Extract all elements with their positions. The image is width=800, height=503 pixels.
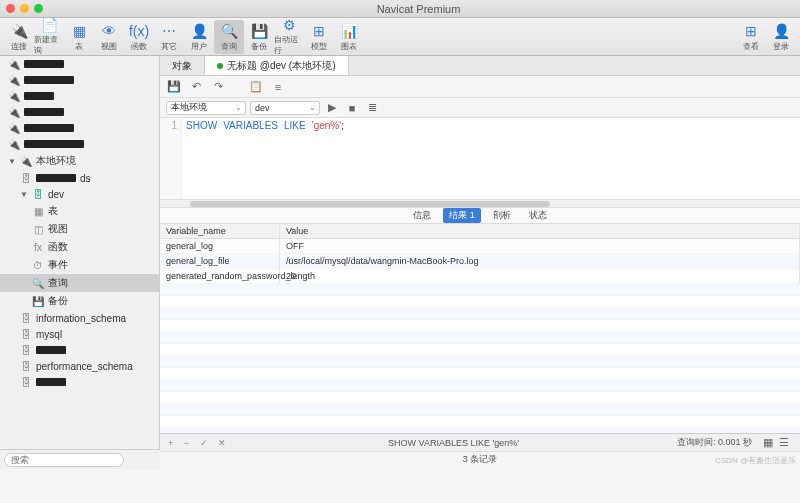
sidebar-item[interactable]: ◫视图 <box>0 220 159 238</box>
content-tab[interactable]: 无标题 @dev (本地环境) <box>205 56 349 75</box>
scrollbar-thumb[interactable] <box>190 201 550 207</box>
editor-hscroll[interactable] <box>160 200 800 208</box>
toolbar-用户[interactable]: 👤用户 <box>184 20 214 54</box>
item-label: 视图 <box>48 222 68 236</box>
视图-icon: 👁 <box>100 22 118 40</box>
database-select[interactable]: dev <box>250 101 320 115</box>
run-icon[interactable]: ▶ <box>324 100 340 116</box>
redo-icon[interactable]: ↷ <box>210 79 226 95</box>
content-tab[interactable]: 对象 <box>160 56 205 75</box>
toolbar-自动运行[interactable]: ⚙自动运行 <box>274 20 304 54</box>
col-value[interactable]: Value <box>280 224 800 238</box>
result-tab[interactable]: 剖析 <box>487 208 517 223</box>
sidebar-item[interactable]: 🔍查询 <box>0 274 159 292</box>
item-label: dev <box>48 189 64 200</box>
cell-name: general_log_file <box>160 254 280 268</box>
连接-icon: 🔌 <box>10 22 28 40</box>
toolbar-查看[interactable]: ⊞查看 <box>736 20 766 54</box>
sidebar-item[interactable]: 🔌 <box>0 72 159 88</box>
main-toolbar: 🔌连接📄新建查询▦表👁视图f(x)函数⋯其它👤用户🔍查询💾备份⚙自动运行⊞模型📊… <box>0 18 800 56</box>
sidebar-item[interactable]: ⏱事件 <box>0 256 159 274</box>
result-tabs: 信息结果 1剖析状态 <box>160 208 800 224</box>
copy-icon[interactable]: 📋 <box>248 79 264 95</box>
item-icon: ▦ <box>32 205 44 217</box>
minimize-icon[interactable] <box>20 4 29 13</box>
sidebar-item[interactable]: 🗄 <box>0 342 159 358</box>
item-label: 备份 <box>48 294 68 308</box>
item-icon: 🔌 <box>8 90 20 102</box>
sidebar-item[interactable]: 🔌 <box>0 104 159 120</box>
toolbar-备份[interactable]: 💾备份 <box>244 20 274 54</box>
results-header: Variable_name Value <box>160 224 800 239</box>
zoom-icon[interactable] <box>34 4 43 13</box>
grid-view-icon[interactable]: ▦ <box>760 435 776 451</box>
sql-code[interactable]: SHOW VARIABLES LIKE 'gen%'; <box>182 118 800 199</box>
toolbar-表[interactable]: ▦表 <box>64 20 94 54</box>
empty-row <box>160 320 800 332</box>
toolbar-连接[interactable]: 🔌连接 <box>4 20 34 54</box>
sidebar: 🔌🔌🔌🔌🔌🔌▼🔌本地环境🗄ds▼🗄dev▦表◫视图fx函数⏱事件🔍查询💾备份🗄i… <box>0 56 160 467</box>
sidebar-item[interactable]: ▦表 <box>0 202 159 220</box>
sidebar-item[interactable]: 🔌 <box>0 56 159 72</box>
toolbar-视图[interactable]: 👁视图 <box>94 20 124 54</box>
sidebar-item[interactable]: 🔌 <box>0 120 159 136</box>
item-label: information_schema <box>36 313 126 324</box>
result-tab[interactable]: 信息 <box>407 208 437 223</box>
item-icon: 🗄 <box>20 312 32 324</box>
content-area: 对象无标题 @dev (本地环境) 💾 ↶ ↷ 📋 ≡ 本地环境 dev ▶ ■… <box>160 56 800 467</box>
备份-icon: 💾 <box>250 22 268 40</box>
sidebar-item[interactable]: ▼🗄dev <box>0 186 159 202</box>
expand-icon[interactable]: ▼ <box>20 190 28 199</box>
empty-row <box>160 284 800 296</box>
cell-name: general_log <box>160 239 280 253</box>
toolbar-新建查询[interactable]: 📄新建查询 <box>34 20 64 54</box>
item-icon: 🗄 <box>20 360 32 372</box>
sidebar-item[interactable]: fx函数 <box>0 238 159 256</box>
line-gutter: 1 <box>160 118 182 199</box>
sidebar-search[interactable] <box>4 453 124 467</box>
form-view-icon[interactable]: ☰ <box>776 435 792 451</box>
table-row[interactable]: general_logOFF <box>160 239 800 254</box>
toolbar-其它[interactable]: ⋯其它 <box>154 20 184 54</box>
format-icon[interactable]: ≡ <box>270 79 286 95</box>
sidebar-item[interactable]: 🔌 <box>0 88 159 104</box>
empty-row <box>160 416 800 428</box>
toolbar-图表[interactable]: 📊图表 <box>334 20 364 54</box>
result-tab[interactable]: 状态 <box>523 208 553 223</box>
sql-editor[interactable]: 1 SHOW VARIABLES LIKE 'gen%'; <box>160 118 800 200</box>
expand-icon[interactable]: ▼ <box>8 157 16 166</box>
sidebar-item[interactable]: 🗄performance_schema <box>0 358 159 374</box>
item-icon: ◫ <box>32 223 44 235</box>
table-row[interactable]: general_log_file/usr/local/mysql/data/wa… <box>160 254 800 269</box>
toolbar-模型[interactable]: ⊞模型 <box>304 20 334 54</box>
toolbar-函数[interactable]: f(x)函数 <box>124 20 154 54</box>
sidebar-item[interactable]: ▼🔌本地环境 <box>0 152 159 170</box>
query-toolbar: 💾 ↶ ↷ 📋 ≡ <box>160 76 800 98</box>
result-tab[interactable]: 结果 1 <box>443 208 481 223</box>
toolbar-登录[interactable]: 👤登录 <box>766 20 796 54</box>
col-variable-name[interactable]: Variable_name <box>160 224 280 238</box>
redacted-label <box>24 92 54 100</box>
cell-name: generated_random_password_length <box>160 269 280 283</box>
sidebar-item[interactable]: 🗄mysql <box>0 326 159 342</box>
用户-icon: 👤 <box>190 22 208 40</box>
图表-icon: 📊 <box>340 22 358 40</box>
footer-sql: SHOW VARIABLES LIKE 'gen%' <box>230 438 677 448</box>
sidebar-item[interactable]: 💾备份 <box>0 292 159 310</box>
sidebar-item[interactable]: 🗄information_schema <box>0 310 159 326</box>
table-row[interactable]: generated_random_password_length20 <box>160 269 800 284</box>
item-icon: fx <box>32 241 44 253</box>
toolbar-查询[interactable]: 🔍查询 <box>214 20 244 54</box>
empty-row <box>160 296 800 308</box>
sidebar-item[interactable]: 🗄ds <box>0 170 159 186</box>
stop-icon[interactable]: ■ <box>344 100 360 116</box>
save-icon[interactable]: 💾 <box>166 79 182 95</box>
explain-icon[interactable]: ≣ <box>364 100 380 116</box>
item-icon: 💾 <box>32 295 44 307</box>
connection-select[interactable]: 本地环境 <box>166 101 246 115</box>
sidebar-item[interactable]: 🗄 <box>0 374 159 390</box>
undo-icon[interactable]: ↶ <box>188 79 204 95</box>
close-icon[interactable] <box>6 4 15 13</box>
row-actions[interactable]: + − ✓ ✕ <box>168 438 230 448</box>
sidebar-item[interactable]: 🔌 <box>0 136 159 152</box>
